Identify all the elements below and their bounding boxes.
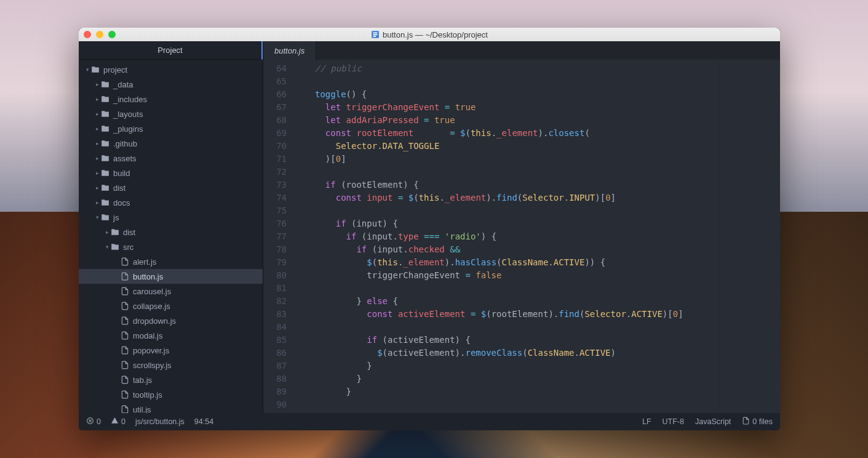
tree-folder[interactable]: ▸dist — [79, 225, 263, 239]
tree-file[interactable]: util.js — [79, 402, 263, 413]
minimap[interactable] — [719, 60, 780, 413]
tree-folder[interactable]: ▸assets — [79, 151, 263, 166]
tree-folder[interactable]: ▸_layouts — [79, 106, 263, 121]
tree-item-label: dist — [113, 183, 125, 193]
folder-icon — [101, 213, 109, 222]
traffic-lights — [84, 31, 116, 38]
status-warnings-count: 0 — [121, 417, 125, 426]
status-errors[interactable]: 0 — [86, 417, 101, 427]
chevron-right-icon[interactable]: ▸ — [103, 229, 111, 235]
status-cursor-text: 94:54 — [194, 417, 213, 426]
tab-active[interactable]: button.js — [263, 41, 316, 60]
tree-item-label: _layouts — [113, 110, 143, 119]
tree-item-label: _plugins — [113, 124, 143, 134]
file-icon — [121, 376, 129, 384]
status-cursor[interactable]: 94:54 — [194, 417, 213, 426]
tree-item-label: collapse.js — [133, 302, 170, 311]
close-window-button[interactable] — [84, 31, 91, 38]
folder-icon — [111, 228, 119, 236]
file-tree[interactable]: ▾project▸_data▸_includes▸_layouts▸_plugi… — [79, 60, 263, 413]
editor-pane: button.js 646566676869707172737475767778… — [263, 41, 780, 413]
tree-folder[interactable]: ▸docs — [79, 195, 263, 210]
tree-file[interactable]: tab.js — [79, 372, 263, 387]
tree-file[interactable]: dropdown.js — [79, 313, 263, 328]
content-area: Project ▾project▸_data▸_includes▸_layout… — [79, 41, 780, 413]
chevron-right-icon[interactable]: ▸ — [94, 81, 101, 87]
tree-folder[interactable]: ▾js — [79, 210, 263, 225]
folder-icon — [111, 243, 119, 251]
chevron-down-icon[interactable]: ▾ — [84, 66, 91, 73]
file-icon — [121, 272, 129, 281]
folder-icon — [101, 183, 109, 192]
tree-folder[interactable]: ▸_data — [79, 77, 263, 92]
sidebar-header[interactable]: Project — [79, 41, 263, 60]
file-icon — [121, 405, 129, 413]
folder-icon — [101, 80, 109, 89]
tree-file[interactable]: alert.js — [79, 254, 263, 269]
tree-folder[interactable]: ▾project — [79, 62, 263, 77]
tree-file[interactable]: collapse.js — [79, 299, 263, 313]
tree-file[interactable]: modal.js — [79, 328, 263, 343]
tree-file[interactable]: tooltip.js — [79, 387, 263, 402]
tree-folder[interactable]: ▸.github — [79, 136, 263, 151]
file-icon — [121, 257, 129, 266]
tree-item-label: scrollspy.js — [133, 361, 172, 370]
chevron-right-icon[interactable]: ▸ — [94, 170, 101, 176]
folder-icon — [101, 169, 109, 177]
chevron-right-icon[interactable]: ▸ — [94, 140, 101, 147]
tree-folder[interactable]: ▸_plugins — [79, 121, 263, 136]
chevron-down-icon[interactable]: ▾ — [103, 244, 111, 250]
file-icon — [121, 287, 129, 295]
tree-folder[interactable]: ▾src — [79, 239, 263, 254]
folder-icon — [101, 154, 109, 163]
editor-window: button.js — ~/Desktop/project Project ▾p… — [79, 28, 780, 430]
code-content[interactable]: // public toggle() { let triggerChangeEv… — [293, 60, 719, 413]
folder-icon — [91, 65, 100, 74]
zoom-window-button[interactable] — [108, 31, 116, 38]
tree-item-label: src — [123, 243, 133, 252]
tree-item-label: modal.js — [133, 331, 162, 340]
tree-folder[interactable]: ▸_includes — [79, 92, 263, 106]
code-area: 6465666768697071727374757677787980818283… — [263, 60, 780, 413]
chevron-right-icon[interactable]: ▸ — [94, 111, 101, 117]
tree-item-label: dropdown.js — [133, 316, 176, 326]
status-encoding[interactable]: UTF-8 — [663, 417, 684, 426]
folder-icon — [101, 139, 109, 148]
file-icon — [121, 331, 129, 340]
status-path[interactable]: js/src/button.js — [135, 417, 185, 426]
chevron-right-icon[interactable]: ▸ — [94, 96, 101, 102]
tree-folder[interactable]: ▸dist — [79, 180, 263, 195]
line-number-gutter: 6465666768697071727374757677787980818283… — [263, 60, 293, 413]
tree-folder[interactable]: ▸build — [79, 166, 263, 180]
warning-icon — [111, 417, 119, 427]
status-warnings[interactable]: 0 — [111, 417, 125, 427]
chevron-right-icon[interactable]: ▸ — [94, 126, 101, 132]
chevron-right-icon[interactable]: ▸ — [94, 155, 101, 161]
tree-file[interactable]: button.js — [79, 269, 263, 284]
tree-file[interactable]: carousel.js — [79, 284, 263, 299]
status-eol[interactable]: LF — [642, 417, 651, 426]
chevron-down-icon[interactable]: ▾ — [94, 214, 101, 220]
minimize-window-button[interactable] — [96, 31, 103, 38]
status-files[interactable]: 0 files — [742, 417, 773, 427]
sidebar-header-label: Project — [157, 46, 182, 55]
chevron-right-icon[interactable]: ▸ — [94, 185, 101, 191]
tree-item-label: tooltip.js — [133, 390, 162, 400]
file-icon — [121, 346, 129, 355]
chevron-right-icon[interactable]: ▸ — [94, 199, 101, 206]
tree-item-label: js — [113, 213, 119, 222]
status-path-text: js/src/button.js — [135, 417, 185, 426]
tree-file[interactable]: scrollspy.js — [79, 358, 263, 372]
tree-item-label: tab.js — [133, 376, 152, 385]
file-icon — [121, 302, 129, 310]
tree-file[interactable]: popover.js — [79, 343, 263, 358]
file-icon — [121, 390, 129, 399]
status-language[interactable]: JavaScript — [695, 417, 731, 426]
folder-icon — [101, 198, 109, 207]
tree-item-label: util.js — [133, 405, 151, 414]
error-icon — [86, 417, 94, 427]
svg-rect-0 — [372, 31, 379, 38]
tree-item-label: build — [113, 169, 130, 178]
window-title-text: button.js — ~/Desktop/project — [383, 30, 488, 39]
file-icon — [121, 361, 129, 369]
